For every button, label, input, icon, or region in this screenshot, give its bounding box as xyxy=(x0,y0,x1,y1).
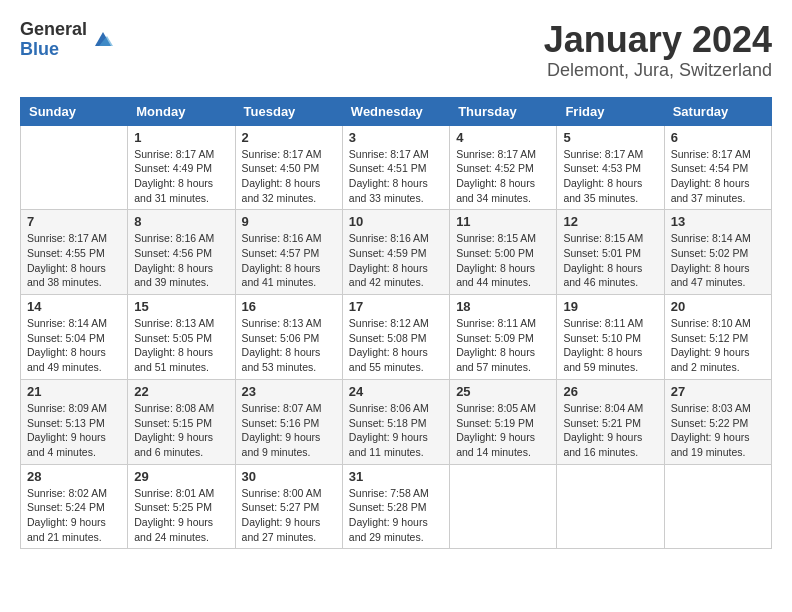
weekday-header: Tuesday xyxy=(235,97,342,125)
day-number: 15 xyxy=(134,299,228,314)
day-info: Sunrise: 8:07 AMSunset: 5:16 PMDaylight:… xyxy=(242,401,336,460)
day-number: 8 xyxy=(134,214,228,229)
calendar-cell: 20Sunrise: 8:10 AMSunset: 5:12 PMDayligh… xyxy=(664,295,771,380)
day-info: Sunrise: 8:00 AMSunset: 5:27 PMDaylight:… xyxy=(242,486,336,545)
day-info: Sunrise: 8:17 AMSunset: 4:52 PMDaylight:… xyxy=(456,147,550,206)
calendar-cell: 30Sunrise: 8:00 AMSunset: 5:27 PMDayligh… xyxy=(235,464,342,549)
calendar-cell: 16Sunrise: 8:13 AMSunset: 5:06 PMDayligh… xyxy=(235,295,342,380)
day-number: 4 xyxy=(456,130,550,145)
calendar-cell: 5Sunrise: 8:17 AMSunset: 4:53 PMDaylight… xyxy=(557,125,664,210)
logo-text: General Blue xyxy=(20,20,87,60)
day-info: Sunrise: 8:04 AMSunset: 5:21 PMDaylight:… xyxy=(563,401,657,460)
calendar-cell xyxy=(21,125,128,210)
day-number: 25 xyxy=(456,384,550,399)
calendar-cell: 6Sunrise: 8:17 AMSunset: 4:54 PMDaylight… xyxy=(664,125,771,210)
day-info: Sunrise: 8:11 AMSunset: 5:09 PMDaylight:… xyxy=(456,316,550,375)
day-info: Sunrise: 8:17 AMSunset: 4:54 PMDaylight:… xyxy=(671,147,765,206)
calendar-cell: 23Sunrise: 8:07 AMSunset: 5:16 PMDayligh… xyxy=(235,379,342,464)
day-number: 28 xyxy=(27,469,121,484)
day-info: Sunrise: 8:16 AMSunset: 4:56 PMDaylight:… xyxy=(134,231,228,290)
calendar-cell: 31Sunrise: 7:58 AMSunset: 5:28 PMDayligh… xyxy=(342,464,449,549)
calendar-title: January 2024 xyxy=(544,20,772,60)
day-info: Sunrise: 8:16 AMSunset: 4:59 PMDaylight:… xyxy=(349,231,443,290)
logo: General Blue xyxy=(20,20,115,60)
day-number: 7 xyxy=(27,214,121,229)
day-number: 21 xyxy=(27,384,121,399)
calendar-week-row: 14Sunrise: 8:14 AMSunset: 5:04 PMDayligh… xyxy=(21,295,772,380)
day-number: 20 xyxy=(671,299,765,314)
calendar-cell: 8Sunrise: 8:16 AMSunset: 4:56 PMDaylight… xyxy=(128,210,235,295)
calendar-cell: 11Sunrise: 8:15 AMSunset: 5:00 PMDayligh… xyxy=(450,210,557,295)
calendar-cell: 25Sunrise: 8:05 AMSunset: 5:19 PMDayligh… xyxy=(450,379,557,464)
day-number: 17 xyxy=(349,299,443,314)
weekday-header: Monday xyxy=(128,97,235,125)
calendar-cell: 7Sunrise: 8:17 AMSunset: 4:55 PMDaylight… xyxy=(21,210,128,295)
day-number: 6 xyxy=(671,130,765,145)
day-number: 5 xyxy=(563,130,657,145)
day-number: 22 xyxy=(134,384,228,399)
day-number: 10 xyxy=(349,214,443,229)
calendar-week-row: 1Sunrise: 8:17 AMSunset: 4:49 PMDaylight… xyxy=(21,125,772,210)
day-number: 27 xyxy=(671,384,765,399)
calendar-cell: 13Sunrise: 8:14 AMSunset: 5:02 PMDayligh… xyxy=(664,210,771,295)
calendar-cell: 17Sunrise: 8:12 AMSunset: 5:08 PMDayligh… xyxy=(342,295,449,380)
day-number: 26 xyxy=(563,384,657,399)
calendar-cell: 22Sunrise: 8:08 AMSunset: 5:15 PMDayligh… xyxy=(128,379,235,464)
weekday-header: Wednesday xyxy=(342,97,449,125)
calendar-cell: 21Sunrise: 8:09 AMSunset: 5:13 PMDayligh… xyxy=(21,379,128,464)
day-number: 29 xyxy=(134,469,228,484)
calendar-cell xyxy=(557,464,664,549)
weekday-header-row: SundayMondayTuesdayWednesdayThursdayFrid… xyxy=(21,97,772,125)
calendar-cell: 4Sunrise: 8:17 AMSunset: 4:52 PMDaylight… xyxy=(450,125,557,210)
calendar-cell: 10Sunrise: 8:16 AMSunset: 4:59 PMDayligh… xyxy=(342,210,449,295)
calendar-cell: 15Sunrise: 8:13 AMSunset: 5:05 PMDayligh… xyxy=(128,295,235,380)
calendar-cell: 12Sunrise: 8:15 AMSunset: 5:01 PMDayligh… xyxy=(557,210,664,295)
calendar-cell: 19Sunrise: 8:11 AMSunset: 5:10 PMDayligh… xyxy=(557,295,664,380)
calendar-cell: 28Sunrise: 8:02 AMSunset: 5:24 PMDayligh… xyxy=(21,464,128,549)
day-info: Sunrise: 8:08 AMSunset: 5:15 PMDaylight:… xyxy=(134,401,228,460)
calendar-cell: 26Sunrise: 8:04 AMSunset: 5:21 PMDayligh… xyxy=(557,379,664,464)
page-header: General Blue January 2024 Delemont, Jura… xyxy=(20,20,772,81)
weekday-header: Thursday xyxy=(450,97,557,125)
day-number: 11 xyxy=(456,214,550,229)
day-info: Sunrise: 8:02 AMSunset: 5:24 PMDaylight:… xyxy=(27,486,121,545)
day-info: Sunrise: 8:14 AMSunset: 5:02 PMDaylight:… xyxy=(671,231,765,290)
day-info: Sunrise: 7:58 AMSunset: 5:28 PMDaylight:… xyxy=(349,486,443,545)
calendar-cell: 9Sunrise: 8:16 AMSunset: 4:57 PMDaylight… xyxy=(235,210,342,295)
calendar-week-row: 28Sunrise: 8:02 AMSunset: 5:24 PMDayligh… xyxy=(21,464,772,549)
calendar-week-row: 21Sunrise: 8:09 AMSunset: 5:13 PMDayligh… xyxy=(21,379,772,464)
calendar-cell: 18Sunrise: 8:11 AMSunset: 5:09 PMDayligh… xyxy=(450,295,557,380)
day-number: 14 xyxy=(27,299,121,314)
day-info: Sunrise: 8:12 AMSunset: 5:08 PMDaylight:… xyxy=(349,316,443,375)
day-info: Sunrise: 8:17 AMSunset: 4:50 PMDaylight:… xyxy=(242,147,336,206)
day-number: 19 xyxy=(563,299,657,314)
day-info: Sunrise: 8:09 AMSunset: 5:13 PMDaylight:… xyxy=(27,401,121,460)
day-info: Sunrise: 8:16 AMSunset: 4:57 PMDaylight:… xyxy=(242,231,336,290)
day-number: 2 xyxy=(242,130,336,145)
calendar-cell xyxy=(450,464,557,549)
day-number: 23 xyxy=(242,384,336,399)
calendar-cell: 2Sunrise: 8:17 AMSunset: 4:50 PMDaylight… xyxy=(235,125,342,210)
calendar-cell: 29Sunrise: 8:01 AMSunset: 5:25 PMDayligh… xyxy=(128,464,235,549)
calendar-cell: 27Sunrise: 8:03 AMSunset: 5:22 PMDayligh… xyxy=(664,379,771,464)
day-number: 9 xyxy=(242,214,336,229)
day-info: Sunrise: 8:03 AMSunset: 5:22 PMDaylight:… xyxy=(671,401,765,460)
day-number: 1 xyxy=(134,130,228,145)
weekday-header: Sunday xyxy=(21,97,128,125)
day-number: 16 xyxy=(242,299,336,314)
logo-general: General xyxy=(20,20,87,40)
day-info: Sunrise: 8:15 AMSunset: 5:01 PMDaylight:… xyxy=(563,231,657,290)
calendar-cell: 3Sunrise: 8:17 AMSunset: 4:51 PMDaylight… xyxy=(342,125,449,210)
day-info: Sunrise: 8:17 AMSunset: 4:53 PMDaylight:… xyxy=(563,147,657,206)
day-info: Sunrise: 8:01 AMSunset: 5:25 PMDaylight:… xyxy=(134,486,228,545)
day-info: Sunrise: 8:05 AMSunset: 5:19 PMDaylight:… xyxy=(456,401,550,460)
day-number: 3 xyxy=(349,130,443,145)
day-info: Sunrise: 8:17 AMSunset: 4:55 PMDaylight:… xyxy=(27,231,121,290)
day-info: Sunrise: 8:11 AMSunset: 5:10 PMDaylight:… xyxy=(563,316,657,375)
day-number: 30 xyxy=(242,469,336,484)
calendar-subtitle: Delemont, Jura, Switzerland xyxy=(544,60,772,81)
day-number: 24 xyxy=(349,384,443,399)
calendar-week-row: 7Sunrise: 8:17 AMSunset: 4:55 PMDaylight… xyxy=(21,210,772,295)
calendar-cell: 14Sunrise: 8:14 AMSunset: 5:04 PMDayligh… xyxy=(21,295,128,380)
calendar-body: 1Sunrise: 8:17 AMSunset: 4:49 PMDaylight… xyxy=(21,125,772,549)
